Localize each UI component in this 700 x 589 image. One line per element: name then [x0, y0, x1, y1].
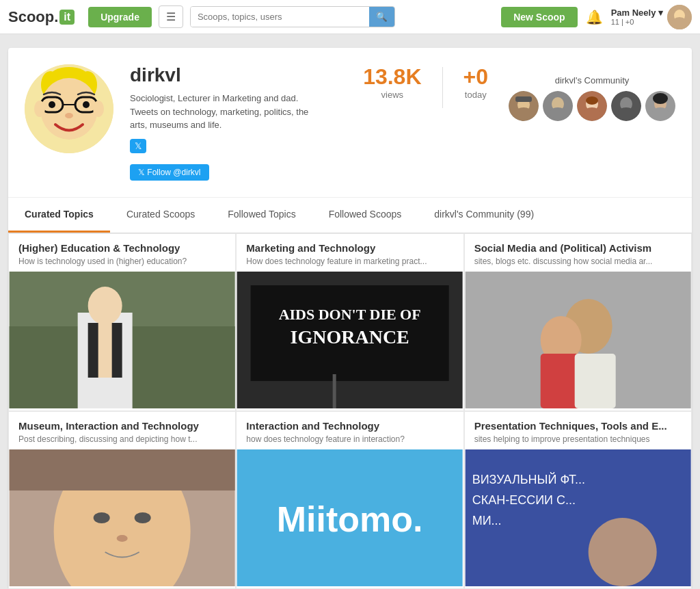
- topic-desc: sites helping to improve presentation te…: [474, 434, 682, 444]
- upgrade-button[interactable]: Upgrade: [88, 7, 152, 27]
- community-avatar[interactable]: [645, 91, 675, 121]
- svg-text:Miitomo.: Miitomo.: [277, 499, 423, 539]
- svg-point-33: [652, 107, 669, 118]
- svg-point-62: [588, 518, 656, 586]
- twitter-bird-icon: 𝕏: [138, 168, 147, 177]
- topic-title: Social Media and (Political) Activism: [474, 242, 682, 254]
- user-count: 11 | +0: [611, 18, 663, 26]
- topic-desc: sites, blogs etc. discussing how social …: [474, 257, 682, 266]
- logo-it-text: it: [59, 10, 75, 25]
- svg-point-19: [515, 107, 532, 118]
- today-label: today: [463, 90, 488, 100]
- topic-card[interactable]: Marketing and TechnologyHow does technol…: [237, 234, 463, 410]
- topic-title: Presentation Techniques, Tools and E...: [474, 420, 682, 432]
- profile-avatar: [25, 64, 113, 153]
- svg-point-54: [117, 535, 128, 542]
- topic-image: [9, 272, 235, 410]
- follow-btn-label: Follow @dirkvl: [147, 168, 200, 177]
- svg-rect-49: [574, 354, 615, 408]
- topic-desc: how does technology feature in interacti…: [246, 434, 453, 444]
- topic-title: Museum, Interaction and Technology: [18, 420, 226, 432]
- topic-card[interactable]: Interaction and Technologyhow does techn…: [237, 412, 463, 588]
- community-section: dirkvl's Community: [509, 75, 675, 121]
- today-stat: +0 today: [463, 64, 488, 100]
- profile-bio: Sociologist, Lecturer in Marketing and d…: [130, 92, 319, 132]
- topic-image: Miitomo.: [237, 449, 463, 588]
- twitter-follow-button[interactable]: 𝕏 Follow @dirkvl: [130, 164, 209, 181]
- community-avatar[interactable]: [543, 91, 573, 121]
- tab-1[interactable]: Curated Scoops: [110, 198, 211, 233]
- bell-icon[interactable]: 🔔: [586, 9, 603, 25]
- community-avatars: [509, 91, 675, 121]
- user-avatar: [667, 5, 692, 29]
- profile-section: dirkvl Sociologist, Lecturer in Marketin…: [8, 48, 692, 198]
- views-number: 13.8K: [363, 64, 421, 90]
- svg-point-22: [550, 107, 566, 118]
- topic-desc: Post describing, discussing and depictin…: [18, 434, 226, 444]
- topic-image: AIDS DON'T DIE OFIGNORANCE: [237, 272, 463, 410]
- svg-point-14: [34, 101, 45, 117]
- user-info[interactable]: Pam Neely ▾ 11 | +0: [611, 5, 692, 29]
- svg-rect-39: [98, 323, 112, 378]
- community-avatar[interactable]: [577, 91, 607, 121]
- svg-rect-18: [515, 96, 532, 102]
- user-avatar-image: [667, 5, 692, 29]
- search-input[interactable]: [191, 7, 369, 27]
- community-avatar[interactable]: [509, 91, 539, 121]
- topic-title: Marketing and Technology: [246, 242, 453, 254]
- community-title: dirkvl's Community: [509, 75, 675, 86]
- svg-text:IGNORANCE: IGNORANCE: [291, 326, 409, 348]
- views-stat: 13.8K views: [363, 64, 421, 100]
- new-scoop-button[interactable]: New Scoop: [501, 7, 577, 27]
- topic-card[interactable]: Museum, Interaction and TechnologyPost d…: [9, 412, 235, 588]
- topic-desc: How does technology feature in marketing…: [246, 257, 453, 266]
- svg-point-11: [49, 101, 55, 108]
- topic-card[interactable]: Presentation Techniques, Tools and E...s…: [465, 412, 691, 588]
- topic-card[interactable]: (Higher) Education & TechnologyHow is te…: [9, 234, 235, 410]
- svg-point-15: [93, 101, 104, 117]
- search-icon: 🔍: [376, 12, 388, 22]
- header-right: New Scoop 🔔 Pam Neely ▾ 11 | +0: [501, 5, 692, 29]
- tab-3[interactable]: Followed Scoops: [312, 198, 418, 233]
- svg-point-52: [94, 512, 110, 523]
- svg-point-13: [65, 113, 73, 118]
- menu-icon-button[interactable]: ☰: [159, 5, 183, 28]
- svg-point-25: [586, 96, 598, 105]
- svg-rect-44: [333, 374, 336, 408]
- topic-image: [9, 449, 235, 588]
- today-number: +0: [463, 64, 488, 90]
- svg-rect-55: [10, 449, 235, 490]
- svg-point-32: [653, 93, 668, 104]
- topic-image: [465, 272, 691, 410]
- svg-text:СКАН-ЕССИИ С...: СКАН-ЕССИИ С...: [472, 493, 575, 507]
- profile-info: dirkvl Sociologist, Lecturer in Marketin…: [130, 64, 319, 181]
- topic-title: Interaction and Technology: [246, 420, 453, 432]
- profile-avatar-image: [25, 64, 113, 153]
- svg-point-12: [83, 101, 90, 108]
- tab-0[interactable]: Curated Topics: [8, 198, 110, 233]
- views-label: views: [363, 90, 421, 100]
- svg-text:AIDS DON'T DIE OF: AIDS DON'T DIE OF: [279, 306, 421, 323]
- topic-desc: How is technology used in (higher) educa…: [18, 257, 226, 266]
- svg-point-53: [135, 512, 151, 523]
- main-content: dirkvl Sociologist, Lecturer in Marketin…: [8, 48, 692, 589]
- logo[interactable]: Scoop.it: [8, 8, 75, 26]
- profile-stats: 13.8K views +0 today dirkvl's Community: [336, 64, 675, 181]
- user-name: Pam Neely ▾: [611, 8, 663, 18]
- svg-point-37: [88, 287, 122, 325]
- header: Scoop.it Upgrade ☰ 🔍 New Scoop 🔔 Pam Nee…: [0, 0, 700, 34]
- search-bar: 🔍: [190, 6, 395, 27]
- svg-point-26: [584, 107, 600, 118]
- svg-text:ВИЗУАЛЬНЫЙ ФТ...: ВИЗУАЛЬНЫЙ ФТ...: [472, 472, 584, 486]
- profile-name: dirkvl: [130, 64, 319, 86]
- community-avatar[interactable]: [611, 91, 641, 121]
- topic-title: (Higher) Education & Technology: [18, 242, 226, 254]
- twitter-icon: 𝕏: [130, 139, 146, 153]
- search-button[interactable]: 🔍: [369, 7, 394, 27]
- topic-image: ВИЗУАЛЬНЫЙ ФТ...СКАН-ЕССИИ С...МИ...: [465, 449, 691, 588]
- svg-point-29: [618, 107, 634, 118]
- topic-card[interactable]: Social Media and (Political) Activismsit…: [465, 234, 691, 410]
- tab-4[interactable]: dirkvl's Community (99): [418, 198, 550, 233]
- tabs: Curated TopicsCurated ScoopsFollowed Top…: [8, 198, 692, 233]
- tab-2[interactable]: Followed Topics: [211, 198, 312, 233]
